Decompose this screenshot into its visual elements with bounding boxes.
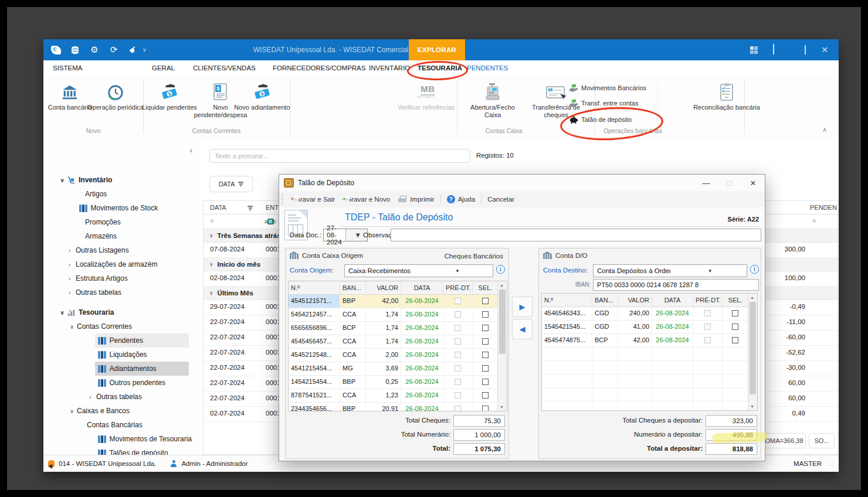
dialog-maximize-button[interactable]: □	[718, 179, 741, 188]
sel-checkbox[interactable]	[482, 365, 489, 372]
gear-icon[interactable]: ⚙	[89, 45, 100, 55]
sidebar-item-outras-tabelas-cc[interactable]: ›Outras tabelas	[89, 390, 142, 404]
iban-input[interactable]: PT50 0033 0000 0214 0678 1287 8	[593, 279, 759, 291]
sidebar-item-outras-listagens[interactable]: ›Outras Listagens	[69, 243, 129, 257]
sidebar-item-outros-pendentes[interactable]: Outros pendentes	[98, 376, 165, 390]
conta-destino-select[interactable]: Conta Depósitos à Ordem▼	[593, 264, 747, 277]
hand-pointer-icon[interactable]: ☛	[126, 42, 140, 57]
grid-row[interactable]: 4546546343...CGD240,0026-08-2024	[542, 307, 757, 321]
tab-explorar[interactable]: EXPLORAR	[409, 39, 465, 60]
filter-icon[interactable]	[247, 206, 253, 210]
cancelar-button[interactable]: Cancelar	[483, 196, 518, 203]
abertura-fecho-caixa-button[interactable]: Abertura/Fecho Caixa	[464, 80, 521, 119]
predt-checkbox[interactable]	[455, 338, 461, 345]
sel-checkbox[interactable]	[482, 379, 489, 385]
sidebar-item-artigos[interactable]: Artigos	[85, 187, 107, 201]
grid-row[interactable]: 2344354656...BBP20,9126-08-2024	[289, 403, 507, 411]
grid-row-selected[interactable]: 4545121571...BBP42,0026-08-2024	[289, 295, 507, 308]
sel-checkbox[interactable]	[482, 338, 489, 345]
column-header-data[interactable]: DATA	[210, 204, 226, 211]
collapse-ribbon-icon[interactable]: ∧	[822, 126, 827, 134]
statusbar-company[interactable]: 014 - WISEDAT Unipessoal Lda.	[59, 460, 156, 467]
sidebar-item-inventario[interactable]: ∨ Inventário	[60, 173, 112, 187]
info-icon[interactable]: i	[750, 265, 759, 274]
grid-row[interactable]: 6565656896...BCP1,7426-08-2024	[289, 322, 507, 335]
grid-row[interactable]: 5454212457...CCA1,7426-08-2024	[289, 308, 507, 322]
grid-row[interactable]: 4545456457...CCA1,7426-08-2024	[289, 335, 507, 349]
gravar-e-novo-button[interactable]: ➜ Gravar e Novo	[339, 196, 394, 203]
gravar-e-sair-button[interactable]: ✕ Gravar e Sair	[288, 196, 339, 203]
predt-checkbox[interactable]	[704, 337, 711, 343]
menu-sistema[interactable]: SISTEMA	[53, 64, 82, 72]
data-doc-picker[interactable]: 27-08-2024 ▼	[323, 229, 368, 241]
conta-origem-select[interactable]: Caixa Recebimentos▼	[344, 264, 493, 277]
sel-checkbox[interactable]	[482, 352, 489, 358]
sidebar-item-promocoes[interactable]: Promoções	[85, 215, 121, 229]
sel-checkbox[interactable]	[482, 406, 489, 411]
sidebar-item-contas-correntes[interactable]: ∨Contas Correntes	[70, 319, 132, 333]
predt-checkbox[interactable]	[455, 311, 461, 318]
sidebar-collapse-icon[interactable]: ‹	[190, 146, 192, 155]
sel-checkbox[interactable]	[732, 337, 738, 343]
grid-row[interactable]: 4545474875...BCP42,0026-08-2024	[542, 334, 757, 348]
grid-row[interactable]: 1545421545...CGD41,0026-08-2024	[542, 321, 757, 334]
predt-checkbox[interactable]	[455, 392, 461, 399]
sidebar-item-movimentos-stock[interactable]: Movimentos de Stock	[79, 201, 158, 215]
sum-options-button[interactable]: SO...	[809, 433, 835, 448]
grid-row[interactable]: 4541215454...MG3,6926-08-2024	[289, 362, 507, 376]
menu-inventario[interactable]: INVENTÁRIO	[369, 64, 410, 72]
ajuda-button[interactable]: ? Ajuda	[443, 195, 479, 203]
sidebar-item-taloes-deposito[interactable]: Talões de depósito	[98, 446, 168, 455]
movimentos-bancarios-button[interactable]: Movimentos Bancários	[569, 83, 646, 93]
restore-window-icon[interactable]	[773, 46, 774, 54]
menu-clientes-vendas[interactable]: CLIENTES/VENDAS	[193, 64, 256, 72]
database-icon[interactable]	[70, 45, 80, 55]
sel-checkbox[interactable]	[482, 392, 489, 399]
refresh-icon[interactable]: ⟳	[108, 45, 119, 55]
dialog-title-bar[interactable]: Talão de Depósito — □ ✕	[279, 175, 765, 192]
search-input[interactable]	[209, 149, 470, 163]
predt-checkbox[interactable]	[455, 365, 461, 372]
predt-checkbox[interactable]	[455, 352, 461, 358]
apps-grid-icon[interactable]	[750, 46, 758, 54]
total-numerario-value[interactable]: 1 000,00	[453, 429, 505, 441]
close-button[interactable]: ✕	[821, 45, 828, 55]
menu-fornecedores-compras[interactable]: FORNECEDORES/COMPRAS	[273, 64, 365, 72]
imprimir-button[interactable]: Imprimir	[394, 196, 439, 203]
sidebar-item-outras-tabelas-inventario[interactable]: ›Outras tabelas	[69, 285, 121, 299]
statusbar-user[interactable]: Admin - Administrador	[181, 460, 247, 467]
maximize-button[interactable]	[805, 46, 806, 54]
predt-checkbox[interactable]	[455, 298, 461, 304]
group-by-chip-data[interactable]: DATA	[209, 176, 253, 192]
info-icon[interactable]: i	[496, 265, 505, 274]
vertical-scrollbar[interactable]: ▲▼	[497, 281, 507, 411]
menu-geral[interactable]: GERAL	[152, 64, 175, 72]
menu-pendentes[interactable]: PENDENTES	[467, 64, 508, 72]
dialog-minimize-button[interactable]: —	[694, 179, 718, 188]
sidebar-item-adiantamentos[interactable]: Adiantamentos	[98, 362, 157, 376]
dialog-close-button[interactable]: ✕	[741, 179, 765, 188]
sel-checkbox[interactable]	[732, 324, 738, 330]
sel-checkbox[interactable]	[482, 298, 489, 304]
grid-row[interactable]: 8787541521...CCA1,2326-08-2024	[289, 389, 507, 403]
move-left-button[interactable]: ◀	[512, 319, 533, 339]
sidebar-item-pendentes[interactable]: Pendentes	[98, 333, 143, 348]
move-right-button[interactable]: ▶	[512, 297, 533, 317]
predt-checkbox[interactable]	[455, 406, 461, 411]
predt-checkbox[interactable]	[455, 325, 461, 331]
sidebar-item-tesouraria[interactable]: ∨ s Tesouraria	[60, 305, 114, 319]
predt-checkbox[interactable]	[704, 310, 711, 316]
novo-adiantamento-button[interactable]: $ Novo adiantamento	[230, 80, 294, 111]
grid-row[interactable]: 1454215454...BBP0,2526-08-2024	[289, 376, 507, 389]
predt-checkbox[interactable]	[704, 324, 711, 330]
sel-checkbox[interactable]	[732, 310, 738, 316]
column-header-pendente[interactable]: PENDEN	[810, 204, 837, 211]
sel-checkbox[interactable]	[482, 325, 489, 331]
chevron-down-icon[interactable]: ∨	[143, 47, 147, 53]
reconciliacao-bancaria-button[interactable]: Reconciliação bancária	[691, 80, 762, 111]
sidebar-item-localizacoes-armazem[interactable]: ›Localizações de armazém	[69, 257, 157, 271]
sidebar-item-contas-bancarias[interactable]: Contas Bancárias	[87, 418, 143, 432]
sidebar-item-liquidacoes[interactable]: Liquidações	[98, 348, 147, 362]
sidebar-item-movimentos-tesouraria[interactable]: Movimentos de Tesouraria	[98, 432, 192, 446]
predt-checkbox[interactable]	[455, 379, 461, 385]
